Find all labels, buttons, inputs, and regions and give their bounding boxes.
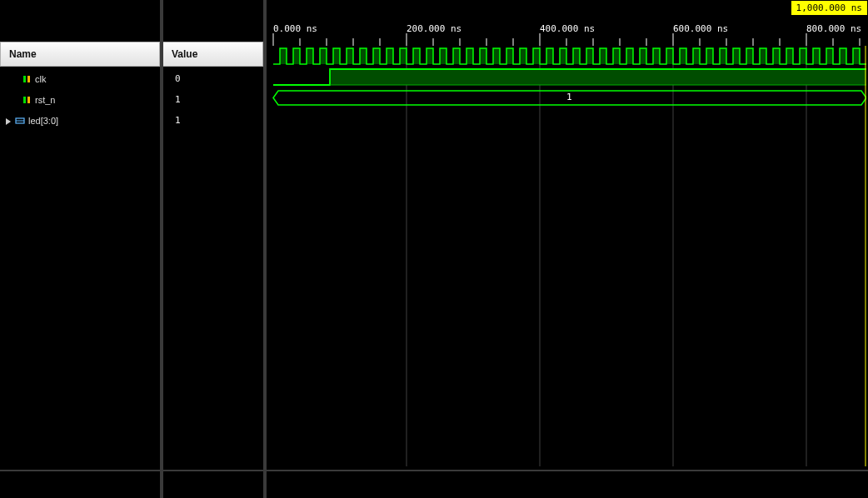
value-column-header-label: Value	[172, 48, 197, 60]
svg-rect-55	[560, 48, 566, 64]
value-panel-top-spacer	[163, 0, 263, 21]
svg-rect-60	[626, 48, 633, 64]
svg-rect-70	[760, 48, 766, 64]
ruler-tick-label-4: 800.000 ns	[806, 23, 861, 34]
svg-rect-63	[666, 48, 673, 64]
cursor-time-badge[interactable]: 1,000.000 ns	[791, 0, 868, 16]
wave-top-bar: 1,000.000 ns	[267, 0, 868, 21]
svg-rect-53	[533, 48, 540, 64]
signal-row-clk[interactable]: clk	[0, 68, 160, 89]
signal-row-rst-n[interactable]: rst_n	[0, 89, 160, 110]
svg-rect-78	[330, 69, 866, 85]
name-column-header-label: Name	[9, 48, 37, 60]
ruler-tick-label-2: 400.000 ns	[540, 23, 595, 34]
svg-rect-62	[653, 48, 660, 64]
svg-rect-3	[27, 97, 30, 103]
time-ruler[interactable]: 0.000 ns 200.000 ns 400.000 ns 600.000 n…	[267, 21, 868, 46]
svg-rect-54	[546, 48, 553, 64]
wave-panel-footer	[267, 470, 868, 498]
svg-rect-35	[293, 48, 300, 64]
svg-rect-39	[347, 48, 353, 64]
svg-rect-49	[480, 48, 486, 64]
svg-rect-71	[773, 48, 780, 64]
signal-value-rst-n: 1	[175, 94, 181, 105]
svg-rect-59	[613, 48, 620, 64]
svg-rect-77	[853, 48, 860, 64]
svg-rect-41	[373, 48, 380, 64]
svg-rect-1	[27, 76, 30, 82]
value-column-header[interactable]: Value	[163, 42, 263, 67]
svg-rect-75	[826, 48, 833, 64]
signal-row-led[interactable]: led[3:0]	[0, 110, 160, 131]
svg-rect-47	[453, 48, 460, 64]
waveform-panel: 1,000.000 ns 0.000 ns 200.000 ns 400.000…	[267, 0, 868, 498]
svg-rect-0	[23, 76, 26, 82]
value-row-rst-n[interactable]: 1	[163, 89, 263, 110]
svg-rect-52	[520, 48, 526, 64]
svg-rect-67	[720, 48, 726, 64]
svg-rect-74	[813, 48, 820, 64]
svg-rect-61	[640, 48, 646, 64]
waveform-viewer: Name clk rst_n le	[0, 0, 868, 498]
bus-signal-icon	[15, 116, 25, 126]
ruler-tick-label-0: 0.000 ns	[273, 23, 317, 34]
svg-rect-37	[320, 48, 327, 64]
svg-rect-38	[333, 48, 340, 64]
value-row-led[interactable]: 1	[163, 110, 263, 131]
svg-rect-43	[400, 48, 407, 64]
svg-rect-45	[427, 48, 433, 64]
ruler-tick-label-3: 600.000 ns	[673, 23, 728, 34]
scalar-signal-icon	[22, 74, 32, 84]
ruler-tick-label-1: 200.000 ns	[407, 23, 461, 34]
svg-rect-34	[280, 48, 287, 64]
svg-rect-42	[387, 48, 393, 64]
svg-rect-66	[706, 48, 713, 64]
svg-rect-68	[733, 48, 740, 64]
value-rows: 0 1 1	[163, 67, 263, 470]
svg-rect-44	[413, 48, 420, 64]
name-panel-top-spacer	[0, 0, 160, 21]
svg-rect-65	[693, 48, 700, 64]
name-panel: Name clk rst_n le	[0, 0, 160, 498]
waveform-area[interactable]: 1	[267, 46, 868, 470]
signal-name-led: led[3:0]	[28, 116, 58, 126]
svg-rect-36	[307, 48, 313, 64]
svg-rect-48	[466, 48, 473, 64]
svg-rect-50	[493, 48, 500, 64]
signal-value-clk: 0	[175, 73, 181, 84]
svg-rect-40	[360, 48, 367, 64]
svg-rect-72	[786, 48, 793, 64]
value-panel: Value 0 1 1	[163, 0, 263, 498]
svg-rect-51	[506, 48, 513, 64]
svg-rect-64	[680, 48, 686, 64]
bus-value-label: 1	[566, 92, 572, 102]
scalar-signal-icon	[22, 95, 32, 105]
chevron-right-icon[interactable]	[5, 117, 12, 124]
svg-rect-76	[840, 48, 846, 64]
svg-rect-73	[800, 48, 806, 64]
signal-name-rst-n: rst_n	[35, 95, 55, 105]
value-panel-footer	[163, 470, 263, 498]
name-panel-footer	[0, 470, 160, 498]
name-rows: clk rst_n led[3:0]	[0, 67, 160, 470]
signal-value-led: 1	[175, 115, 181, 126]
svg-rect-57	[586, 48, 593, 64]
name-column-header[interactable]: Name	[0, 42, 160, 67]
svg-rect-2	[23, 97, 26, 103]
svg-rect-56	[573, 48, 580, 64]
signal-name-clk: clk	[35, 74, 46, 84]
svg-rect-69	[746, 48, 753, 64]
value-row-clk[interactable]: 0	[163, 68, 263, 89]
svg-rect-58	[600, 48, 606, 64]
svg-rect-46	[440, 48, 446, 64]
cursor-time-label: 1,000.000 ns	[796, 2, 862, 13]
